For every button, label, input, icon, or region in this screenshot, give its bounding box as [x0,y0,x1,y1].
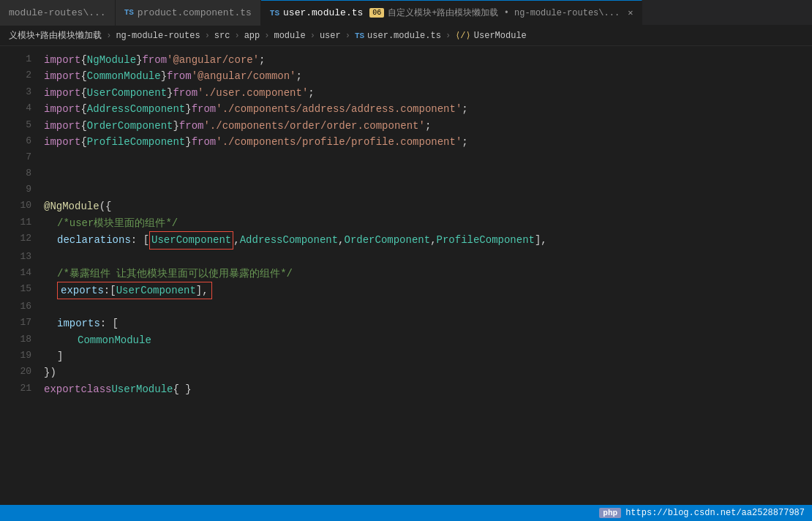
status-bar-url: https://blog.csdn.net/aa2528877987 [625,508,805,518]
tab-module-routes[interactable]: module-routes\... [0,0,116,26]
code-line: 1 import { NgModule } from '@angular/cor… [37,52,812,68]
code-line: 19 ] [37,348,812,364]
code-editor[interactable]: 1 import { NgModule } from '@angular/cor… [0,46,812,502]
code-line: 4 import { AddressComponent } from './co… [37,101,812,117]
code-line: 18 CommonModule [37,332,812,348]
tab-bar: module-routes\... TS product.component.t… [0,0,812,26]
tab-user-module[interactable]: TS user.module.ts 06 自定义模块+路由模块懒加载 • ng-… [261,0,643,26]
tab-badge: 06 [369,8,384,18]
tab-label: module-routes\... [9,7,106,18]
breadcrumb: 义模块+路由模块懒加载 › ng-module-routes › src › a… [0,26,812,46]
close-icon[interactable]: ✕ [628,7,633,18]
ts-icon: TS [270,9,279,18]
ts-icon: TS [124,8,134,17]
highlight-user-component: UserComponent [149,231,233,249]
code-line: 16 [37,299,812,315]
code-line: 20 }) [37,364,812,381]
code-line: 14 /*暴露组件 让其他模块里面可以使用暴露的组件*/ [37,266,812,282]
code-line: 2 import { CommonModule } from '@angular… [37,68,812,84]
code-line: 6 import { ProfileComponent } from './co… [37,134,812,150]
tab-product-component[interactable]: TS product.component.ts [116,0,261,26]
code-line: 12 declarations: [UserComponent, Address… [37,231,812,249]
code-line: 13 [37,250,812,266]
tab-title-suffix: 自定义模块+路由模块懒加载 • ng-module-routes\... [388,7,620,19]
code-line: 7 [37,150,812,166]
php-badge: php [599,508,621,518]
code-line: 5 import { OrderComponent } from './comp… [37,118,812,134]
tab-label: user.module.ts [283,7,363,18]
code-line: 3 import { UserComponent } from './user.… [37,85,812,101]
code-line: 9 [37,182,812,198]
code-line: 15 exports:[UserComponent], [37,282,812,299]
highlight-exports-line: exports:[UserComponent], [57,282,212,299]
code-line: 10 @NgModule({ [37,198,812,214]
code-line: 21 export class UserModule { } [37,381,812,397]
status-bar: php https://blog.csdn.net/aa2528877987 [0,505,812,521]
code-line: 17 imports: [ [37,315,812,331]
tab-label: product.component.ts [138,7,252,18]
code-line: 11 /*user模块里面的组件*/ [37,215,812,231]
code-line: 8 [37,166,812,182]
